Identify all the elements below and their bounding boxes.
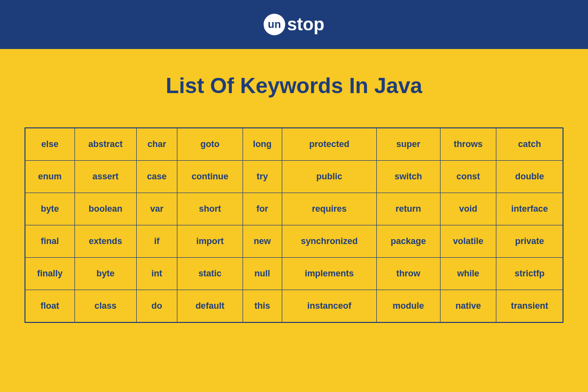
keyword-cell: return [377,193,440,225]
keyword-cell: var [137,193,177,225]
keyword-cell: void [440,193,496,225]
keyword-cell: abstract [74,128,137,161]
keyword-cell: instanceof [282,290,376,323]
keyword-cell: new [243,225,282,258]
keyword-cell: finally [25,258,74,290]
keyword-cell: float [25,290,74,323]
keyword-cell: assert [74,161,137,193]
content-area: List Of Keywords In Java elseabstractcha… [0,49,588,347]
keyword-cell: short [177,193,243,225]
keyword-cell: import [177,225,243,258]
keyword-cell: protected [282,128,376,161]
page-title: List Of Keywords In Java [24,74,564,98]
keyword-cell: requires [282,193,376,225]
keyword-cell: double [496,161,563,193]
keyword-cell: class [74,290,137,323]
keyword-cell: byte [74,258,137,290]
keyword-cell: while [440,258,496,290]
keyword-cell: synchronized [282,225,376,258]
keyword-cell: do [137,290,177,323]
keyword-cell: extends [74,225,137,258]
keyword-cell: boolean [74,193,137,225]
keyword-cell: this [243,290,282,323]
header-bar: un stop [0,0,588,49]
keyword-cell: package [377,225,440,258]
keyword-cell: else [25,128,74,161]
brand-logo: un stop [264,14,324,35]
keyword-cell: public [282,161,376,193]
keyword-cell: static [177,258,243,290]
keyword-cell: final [25,225,74,258]
table-row: elseabstractchargotolongprotectedsuperth… [25,128,563,161]
table-row: bytebooleanvarshortforrequiresreturnvoid… [25,193,563,225]
logo-circle-text: un [268,18,281,31]
keyword-cell: volatile [440,225,496,258]
keyword-cell: throw [377,258,440,290]
keyword-cell: char [137,128,177,161]
table-row: finalextendsifimportnewsynchronizedpacka… [25,225,563,258]
keyword-cell: default [177,290,243,323]
keyword-cell: long [243,128,282,161]
table-row: enumassertcasecontinuetrypublicswitchcon… [25,161,563,193]
keyword-cell: module [377,290,440,323]
table-row: finallybyteintstaticnullimplementsthroww… [25,258,563,290]
keyword-cell: strictfp [496,258,563,290]
keyword-cell: super [377,128,440,161]
table-row: floatclassdodefaultthisinstanceofmodulen… [25,290,563,323]
keyword-cell: implements [282,258,376,290]
keyword-cell: goto [177,128,243,161]
keyword-cell: enum [25,161,74,193]
keyword-cell: throws [440,128,496,161]
keyword-cell: case [137,161,177,193]
keyword-cell: native [440,290,496,323]
keyword-cell: switch [377,161,440,193]
keyword-cell: const [440,161,496,193]
keyword-cell: try [243,161,282,193]
keyword-cell: null [243,258,282,290]
keyword-cell: if [137,225,177,258]
keyword-cell: int [137,258,177,290]
keyword-cell: continue [177,161,243,193]
keyword-cell: byte [25,193,74,225]
keywords-table: elseabstractchargotolongprotectedsuperth… [24,127,564,323]
keyword-cell: for [243,193,282,225]
keyword-cell: transient [496,290,563,323]
keyword-cell: private [496,225,563,258]
logo-suffix-text: stop [287,14,324,35]
logo-circle: un [264,14,285,35]
keyword-cell: interface [496,193,563,225]
keyword-cell: catch [496,128,563,161]
